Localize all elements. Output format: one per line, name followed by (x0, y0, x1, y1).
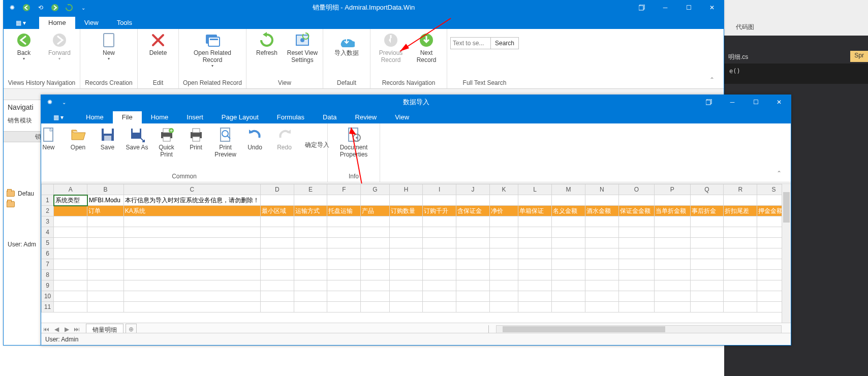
cell[interactable] (294, 302, 327, 312)
cell[interactable] (423, 238, 456, 248)
cell[interactable] (456, 238, 490, 248)
cell[interactable] (552, 248, 585, 259)
cell[interactable] (456, 280, 490, 291)
cell[interactable] (518, 259, 552, 270)
cell[interactable] (690, 259, 724, 270)
delete-button[interactable]: Delete (141, 31, 175, 56)
cell[interactable] (123, 280, 260, 291)
cell[interactable] (389, 280, 423, 291)
col-header-N[interactable]: N (585, 184, 618, 195)
refresh-button[interactable]: Refresh (250, 31, 284, 56)
cell[interactable]: 系统类型 (54, 195, 87, 206)
cell[interactable] (456, 195, 490, 206)
cell[interactable] (327, 227, 361, 238)
nav-item-default[interactable]: Defau (4, 188, 44, 199)
cell[interactable] (518, 227, 552, 238)
v-scroll-thumb[interactable] (783, 192, 790, 223)
cell[interactable] (655, 291, 690, 302)
cell[interactable] (552, 216, 585, 227)
child-app-icon[interactable]: ✺ (44, 97, 55, 108)
col-header-E[interactable]: E (294, 184, 327, 195)
undo-button[interactable]: Undo (241, 126, 269, 151)
cell[interactable] (294, 238, 327, 248)
cell[interactable] (690, 248, 724, 259)
cell[interactable] (724, 302, 757, 312)
cell[interactable] (655, 259, 690, 270)
cell[interactable] (423, 291, 456, 302)
cell[interactable] (389, 248, 423, 259)
cell[interactable] (423, 280, 456, 291)
cell[interactable] (655, 216, 690, 227)
cell[interactable] (327, 216, 361, 227)
doc-props-button[interactable]: Document Properties (331, 126, 377, 158)
qa-refresh-icon[interactable] (64, 2, 75, 13)
cell[interactable] (361, 248, 389, 259)
cell[interactable] (423, 270, 456, 280)
cell[interactable] (423, 259, 456, 270)
cell[interactable] (518, 280, 552, 291)
cell[interactable] (585, 302, 618, 312)
cell[interactable] (327, 195, 361, 206)
cell[interactable] (54, 270, 87, 280)
cell[interactable] (294, 259, 327, 270)
cell[interactable] (361, 216, 389, 227)
cell[interactable] (123, 238, 260, 248)
cell[interactable] (690, 280, 724, 291)
row-header[interactable]: 2 (42, 206, 54, 216)
cell[interactable] (361, 270, 389, 280)
cell[interactable] (54, 259, 87, 270)
cell[interactable] (456, 291, 490, 302)
cell[interactable] (618, 195, 654, 206)
cell[interactable] (489, 280, 518, 291)
col-header-B[interactable]: B (87, 184, 123, 195)
cell[interactable] (724, 259, 757, 270)
cell[interactable] (123, 259, 260, 270)
cell[interactable] (294, 270, 327, 280)
cell[interactable] (585, 248, 618, 259)
file-save-button[interactable]: Save (94, 126, 122, 151)
ribbon-collapse-icon[interactable]: ⌃ (709, 76, 719, 85)
cell[interactable] (489, 195, 518, 206)
cell[interactable] (87, 259, 123, 270)
cell[interactable]: 托盘运输 (327, 206, 361, 216)
cell[interactable] (54, 206, 87, 216)
child-qa-overflow-icon[interactable]: ⌄ (58, 97, 70, 108)
col-header-C[interactable]: C (123, 184, 260, 195)
cell[interactable] (389, 259, 423, 270)
cell[interactable] (123, 302, 260, 312)
cell[interactable] (123, 227, 260, 238)
cell[interactable] (724, 280, 757, 291)
cell[interactable]: 事后折金 (690, 206, 724, 216)
cell[interactable] (54, 291, 87, 302)
cell[interactable] (389, 216, 423, 227)
cell[interactable] (123, 216, 260, 227)
cell[interactable] (489, 248, 518, 259)
next-record-button[interactable]: Next Record (409, 31, 444, 64)
cell[interactable] (690, 302, 724, 312)
col-header-G[interactable]: G (361, 184, 389, 195)
cell[interactable] (552, 291, 585, 302)
cell[interactable] (456, 248, 490, 259)
col-header-F[interactable]: F (327, 184, 361, 195)
cell[interactable] (585, 259, 618, 270)
row-header[interactable]: 11 (42, 302, 54, 312)
qa-undo-icon[interactable]: ⟲ (35, 2, 46, 13)
quick-print-button[interactable]: Quick Print (152, 126, 181, 158)
cell[interactable] (87, 248, 123, 259)
cell[interactable] (456, 216, 490, 227)
cell[interactable] (456, 270, 490, 280)
cell[interactable]: 运输方式 (294, 206, 327, 216)
cell[interactable] (585, 195, 618, 206)
cell[interactable] (361, 238, 389, 248)
child-tab-view[interactable]: View (386, 111, 418, 123)
cell[interactable] (489, 227, 518, 238)
cell[interactable] (655, 270, 690, 280)
cell[interactable] (724, 227, 757, 238)
row-header[interactable]: 1 (42, 195, 54, 206)
cell[interactable] (123, 270, 260, 280)
col-header-Q[interactable]: Q (690, 184, 724, 195)
cell[interactable] (552, 259, 585, 270)
cell[interactable] (260, 238, 294, 248)
back-button[interactable]: Back▾ (7, 31, 41, 61)
cell[interactable] (361, 291, 389, 302)
